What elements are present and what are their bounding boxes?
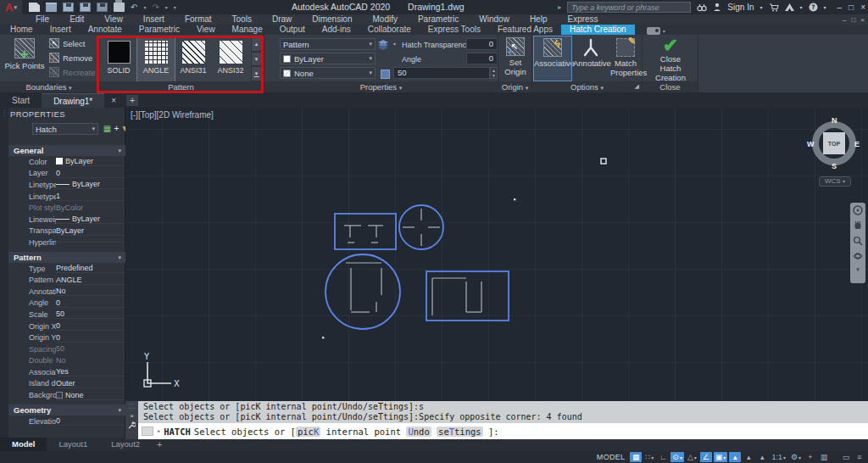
- file-tab-close-icon[interactable]: ×: [104, 93, 123, 108]
- menu-dimension[interactable]: Dimension: [302, 14, 362, 25]
- menu-express[interactable]: Express: [557, 14, 608, 25]
- status-customization-icon[interactable]: ≡: [854, 452, 865, 462]
- status-clean-screen-move-icon[interactable]: +: [804, 452, 816, 462]
- property-value[interactable]: 0: [56, 298, 125, 308]
- command-option-settings[interactable]: seTtings: [437, 427, 483, 437]
- drawing-rectangle-selected[interactable]: [426, 271, 509, 321]
- restore-button[interactable]: □: [849, 1, 854, 14]
- drawing-rectangle-selected[interactable]: [335, 214, 396, 249]
- status-workspace-switching-icon[interactable]: ⚙▾: [789, 452, 803, 462]
- ribbon-tab-output[interactable]: Output: [271, 25, 314, 35]
- file-tab-drawing1[interactable]: Drawing1*: [42, 93, 104, 108]
- properties-panel-label[interactable]: Properties ▾: [264, 81, 498, 92]
- menu-parametric[interactable]: Parametric: [408, 14, 469, 25]
- zoom-icon[interactable]: [853, 236, 863, 246]
- redo-icon[interactable]: ↷: [152, 3, 159, 12]
- set-origin-button[interactable]: ↖ Set Origin: [502, 37, 529, 76]
- status-ortho-mode-icon[interactable]: ∟: [657, 452, 669, 462]
- menu-window[interactable]: Window: [469, 14, 520, 25]
- file-tab-start[interactable]: Start: [0, 93, 42, 108]
- hatch-type-dropdown[interactable]: Pattern▾: [280, 38, 376, 50]
- match-properties-button[interactable]: ✎ Match Properties: [610, 36, 641, 77]
- viewcube-west[interactable]: W: [807, 140, 815, 148]
- property-value[interactable]: ByLayer: [56, 215, 125, 224]
- property-value[interactable]: ANGLE: [56, 276, 125, 285]
- ribbon-tab-hatch-creation[interactable]: Hatch Creation: [561, 25, 635, 35]
- status-annotation-scale-list-icon[interactable]: ▴: [756, 452, 768, 462]
- annotative-toggle-button[interactable]: Annotative: [573, 36, 609, 68]
- background-color-dropdown[interactable]: None▾: [280, 67, 376, 79]
- status-annotation-scale-value-icon[interactable]: 1:1▾: [770, 452, 787, 462]
- qat-customize-icon[interactable]: ▾: [174, 4, 176, 10]
- user-icon[interactable]: [713, 3, 721, 12]
- menu-view[interactable]: View: [94, 14, 133, 25]
- plot-icon[interactable]: [97, 3, 108, 12]
- full-navigation-wheel-icon[interactable]: [853, 205, 863, 215]
- property-value[interactable]: 0: [56, 321, 125, 331]
- menu-modify[interactable]: Modify: [363, 14, 408, 25]
- redo-dropdown-icon[interactable]: ▾: [165, 4, 168, 10]
- model-space-label[interactable]: MODEL: [597, 453, 626, 461]
- ribbon-tab-insert[interactable]: Insert: [42, 25, 80, 35]
- save-icon[interactable]: [63, 3, 74, 12]
- remove-button[interactable]: ● Remove: [49, 53, 92, 63]
- app-store-cart-icon[interactable]: [769, 3, 779, 12]
- recent-commands-icon[interactable]: ▾: [157, 428, 160, 435]
- menu-format[interactable]: Format: [175, 14, 222, 25]
- menu-draw[interactable]: Draw: [262, 14, 302, 25]
- boundaries-panel-label[interactable]: Boundaries ▾: [0, 81, 97, 92]
- property-value[interactable]: 50: [56, 344, 125, 354]
- viewcube-top-face[interactable]: TOP: [823, 132, 845, 154]
- search-binoculars-icon[interactable]: [697, 3, 707, 12]
- help-icon[interactable]: ?: [809, 3, 818, 12]
- status-annotation-visibility-icon[interactable]: ▴: [729, 452, 741, 462]
- pan-icon[interactable]: [853, 220, 863, 231]
- sign-in-dropdown-icon[interactable]: ▾: [760, 4, 763, 10]
- property-value[interactable]: Outer: [56, 379, 125, 388]
- sign-in-button[interactable]: Sign In: [727, 3, 754, 12]
- app-dropdown-icon[interactable]: ▾: [800, 4, 803, 10]
- property-value[interactable]: 0: [56, 169, 125, 178]
- viewcube-north[interactable]: N: [832, 116, 837, 125]
- ribbon-tab-parametric[interactable]: Parametric: [131, 25, 188, 35]
- minimize-button[interactable]: –: [837, 1, 843, 14]
- viewcube-east[interactable]: E: [854, 140, 860, 148]
- ribbon-tab-express-tools[interactable]: Express Tools: [420, 25, 489, 35]
- status-annotation-autoscale-icon[interactable]: ▴: [743, 452, 754, 462]
- viewcube[interactable]: N E S W TOP: [809, 118, 860, 169]
- ribbon-display-toggle[interactable]: ▾: [647, 27, 665, 35]
- navbar-more-icon[interactable]: ▾: [856, 266, 860, 273]
- property-value[interactable]: Predefined: [56, 264, 125, 273]
- save-as-icon[interactable]: [80, 3, 91, 12]
- status-polar-tracking-icon[interactable]: ⊙▾: [670, 452, 684, 462]
- hatch-transparency-value[interactable]: 0: [466, 38, 498, 50]
- drawing-circle-selected[interactable]: [326, 254, 400, 329]
- command-option-pick[interactable]: picK: [296, 427, 320, 437]
- transparency-layers-icon[interactable]: [377, 38, 391, 53]
- property-value[interactable]: Yes: [56, 367, 125, 377]
- hatch-color-dropdown[interactable]: ByLayer▾: [280, 53, 376, 64]
- orbit-icon[interactable]: [853, 251, 863, 261]
- palette-section-pattern[interactable]: Pattern▾: [8, 252, 125, 263]
- property-value[interactable]: No: [56, 356, 125, 365]
- scale-spinner[interactable]: ▲▼: [490, 67, 498, 79]
- palette-section-geometry[interactable]: Geometry▾: [8, 404, 125, 416]
- select-button[interactable]: ↖ Select: [49, 38, 85, 48]
- viewcube-south[interactable]: S: [832, 162, 837, 170]
- property-value[interactable]: ByLayer: [56, 226, 125, 236]
- help-dropdown-icon[interactable]: ▾: [824, 4, 826, 10]
- print-icon[interactable]: [114, 3, 125, 12]
- undo-icon[interactable]: ↶: [131, 3, 137, 12]
- application-menu-button[interactable]: A ▾: [0, 0, 22, 14]
- status-isolate-objects-icon[interactable]: ▥: [818, 452, 830, 462]
- command-option-undo[interactable]: Undo: [406, 427, 431, 437]
- property-value[interactable]: 0: [56, 333, 125, 343]
- object-type-dropdown[interactable]: Hatch▾: [32, 123, 98, 135]
- layout-tab-layout1[interactable]: Layout1: [47, 438, 99, 451]
- search-expand-icon[interactable]: ▸: [558, 3, 561, 11]
- options-panel-label[interactable]: Options ▾ ◢: [532, 81, 642, 92]
- ribbon-display-dropdown-icon[interactable]: ▾: [663, 28, 665, 34]
- property-value[interactable]: [56, 242, 125, 243]
- wcs-dropdown[interactable]: WCS ▾: [819, 176, 851, 187]
- ribbon-tab-add-ins[interactable]: Add-ins: [314, 25, 359, 35]
